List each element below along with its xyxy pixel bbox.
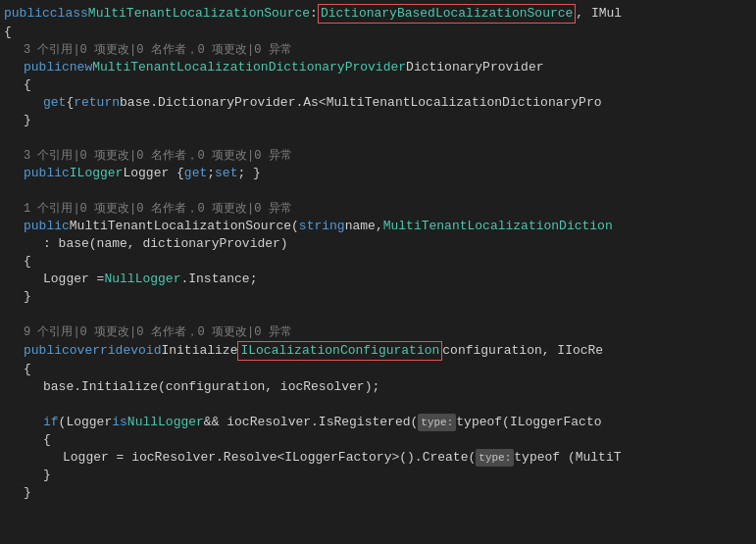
code-token: NullLogger: [127, 414, 204, 431]
code-token: class: [50, 5, 88, 23]
code-line: : base(name, dictionaryProvider): [0, 235, 756, 253]
code-token: new: [70, 59, 92, 76]
code-token: get: [43, 94, 66, 112]
code-token: name,: [345, 218, 383, 235]
code-token: void: [130, 342, 161, 360]
code-token: ;: [207, 165, 215, 182]
code-token: {: [24, 361, 31, 378]
code-line: 9 个引用|0 项更改|0 名作者，0 项更改|0 异常: [0, 323, 756, 341]
code-token: public: [24, 59, 70, 76]
code-token: {: [43, 431, 51, 449]
code-line: [0, 396, 756, 414]
code-token: Logger =: [43, 271, 104, 288]
code-line: public override void Initialize ILocaliz…: [0, 341, 756, 361]
code-token: public: [4, 5, 50, 23]
code-token: override: [70, 342, 130, 360]
code-token: 3 个引用|0 项更改|0 名作者，0 项更改|0 异常: [24, 41, 292, 59]
code-token: 9 个引用|0 项更改|0 名作者，0 项更改|0 异常: [24, 323, 292, 341]
code-token: Initialize: [161, 342, 237, 360]
code-token: configuration, IIocRe: [442, 342, 603, 360]
code-line: Logger = iocResolver.Resolve<ILoggerFact…: [0, 449, 756, 467]
code-token: {: [24, 76, 31, 94]
code-token: public: [24, 165, 70, 182]
code-token: }: [24, 112, 31, 129]
type-badge: type:: [476, 449, 514, 467]
code-line: [0, 182, 756, 200]
code-line: public MultiTenantLocalizationSource(str…: [0, 218, 756, 235]
code-token: DictionaryProvider: [406, 59, 543, 76]
code-line: }: [0, 112, 756, 129]
code-token: , IMul: [576, 5, 622, 23]
code-token: }: [43, 467, 51, 484]
code-line: {: [0, 361, 756, 378]
code-line: get { return base.DictionaryProvider.As<…: [0, 94, 756, 112]
code-token: {: [4, 24, 12, 41]
code-token: base.Initialize(configuration, iocResolv…: [43, 378, 379, 396]
code-token: {: [66, 94, 74, 112]
code-token: public: [24, 218, 70, 235]
code-token: Logger {: [123, 165, 183, 182]
code-line: {: [0, 76, 756, 94]
code-token: && iocResolver.IsRegistered(: [204, 414, 418, 431]
highlighted-reference: DictionaryBasedLocalizationSource: [318, 4, 576, 24]
code-token: public: [24, 342, 70, 360]
code-line: }: [0, 484, 756, 502]
code-token: }: [24, 288, 31, 306]
code-token: MultiTenantLocalizationDictionaryProvide…: [92, 59, 406, 76]
code-token: :: [310, 5, 318, 23]
code-line: {: [0, 253, 756, 271]
code-token: MultiTenantLocalizationSource(: [70, 218, 299, 235]
code-line: {: [0, 24, 756, 41]
code-token: Logger = iocResolver.Resolve<ILoggerFact…: [63, 449, 476, 467]
code-line: if (Logger is NullLogger && iocResolver.…: [0, 414, 756, 431]
code-token: string: [299, 218, 345, 235]
code-token: : base(name, dictionaryProvider): [43, 235, 288, 253]
code-line: }: [0, 288, 756, 306]
code-editor: public class MultiTenantLocalizationSour…: [0, 0, 756, 544]
code-token: if: [43, 414, 59, 431]
code-line: public new MultiTenantLocalizationDictio…: [0, 59, 756, 76]
code-line: 1 个引用|0 项更改|0 名作者，0 项更改|0 异常: [0, 200, 756, 218]
code-token: ILogger: [70, 165, 124, 182]
code-token: typeof (MultiT: [514, 449, 621, 467]
code-line: public class MultiTenantLocalizationSour…: [0, 4, 756, 24]
code-token: MultiTenantLocalizationDiction: [383, 218, 613, 235]
code-token: is: [112, 414, 127, 431]
code-line: [0, 129, 756, 147]
code-line: }: [0, 467, 756, 484]
code-token: typeof(ILoggerFacto: [456, 414, 601, 431]
code-token: 1 个引用|0 项更改|0 名作者，0 项更改|0 异常: [24, 200, 292, 218]
type-badge: type:: [418, 414, 456, 431]
code-line: Logger = NullLogger.Instance;: [0, 271, 756, 288]
code-token: MultiTenantLocalizationSource: [88, 5, 310, 23]
code-token: return: [74, 94, 120, 112]
code-token: base.DictionaryProvider.As<MultiTenantLo…: [120, 94, 601, 112]
code-token: 3 个引用|0 项更改|0 名作者，0 项更改|0 异常: [24, 147, 292, 165]
code-line: [0, 306, 756, 323]
code-token: (Logger: [59, 414, 113, 431]
code-line: public ILogger Logger { get; set; }: [0, 165, 756, 182]
code-line: 3 个引用|0 项更改|0 名作者，0 项更改|0 异常: [0, 147, 756, 165]
code-token: {: [24, 253, 31, 271]
code-token: NullLogger: [104, 271, 180, 288]
code-token: .Instance;: [180, 271, 257, 288]
code-block: public class MultiTenantLocalizationSour…: [0, 4, 756, 502]
code-token: get: [184, 165, 207, 182]
code-token: ; }: [237, 165, 260, 182]
code-token: set: [215, 165, 237, 182]
code-line: {: [0, 431, 756, 449]
code-line: base.Initialize(configuration, iocResolv…: [0, 378, 756, 396]
code-token: }: [24, 484, 31, 502]
code-line: 3 个引用|0 项更改|0 名作者，0 项更改|0 异常: [0, 41, 756, 59]
highlighted-reference: ILocalizationConfiguration: [237, 341, 442, 361]
